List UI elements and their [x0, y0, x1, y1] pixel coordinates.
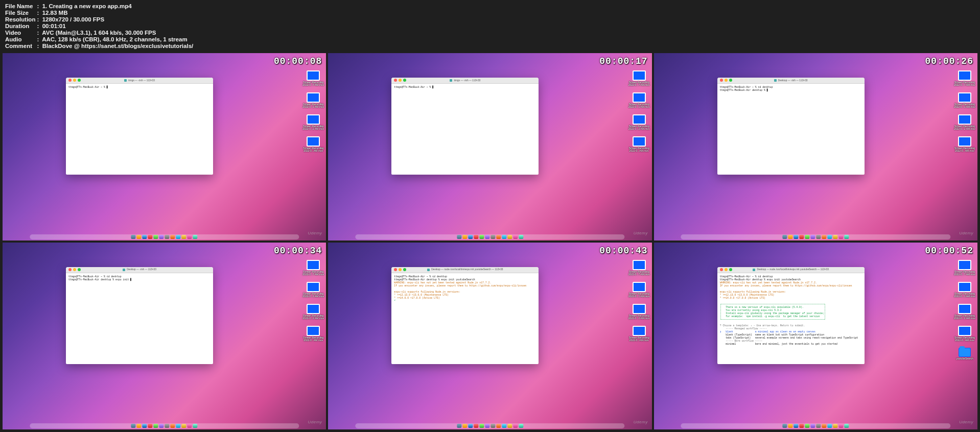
- frame-2: 00:00:17 Screen Recording2022-0...7 AM.m…: [328, 53, 651, 241]
- template-option-blank-ts[interactable]: blank (TypeScript) same as blank but wit…: [720, 333, 824, 336]
- terminal-titlebar[interactable]: ttmgs — -zsh — 113×33: [66, 78, 213, 84]
- close-icon[interactable]: [720, 268, 723, 271]
- template-option-tabs[interactable]: tabs (TypeScript) several example screen…: [720, 337, 858, 339]
- zoom-icon[interactable]: [729, 79, 732, 82]
- thumbnail-grid: 00:00:08 Screen Recording2022-0...7 AM.m…: [3, 53, 977, 429]
- movie-file-icon[interactable]: Screen Recording2022-0...2 AM.mov: [628, 114, 650, 130]
- movie-file-icon[interactable]: Screen Recording2022-0...7 AM.mov: [302, 70, 324, 86]
- terminal-window[interactable]: Desktop — -zsh — 113×33 ttmgs@TTs-MacBoo…: [717, 78, 865, 175]
- traffic-lights[interactable]: [720, 79, 732, 82]
- movie-file-icon[interactable]: Screen Recording2022-0...1 AM.mov: [954, 282, 975, 298]
- timestamp: 00:00:08: [274, 56, 322, 66]
- desktop-icons: Screen Recording2022-0...7 AM.mov Screen…: [628, 260, 650, 342]
- movie-file-icon[interactable]: Screen Recording2022-0...AM.mov: [628, 326, 650, 342]
- close-icon[interactable]: [68, 79, 72, 82]
- minimize-icon[interactable]: [399, 268, 402, 271]
- frame-3: 00:00:26 Screen Recording2022-0...7 AM.m…: [654, 53, 977, 241]
- meta-file-size: File Size : 12.83 MB: [5, 10, 975, 16]
- traffic-lights[interactable]: [68, 79, 81, 82]
- minimize-icon[interactable]: [73, 79, 76, 82]
- movie-file-icon[interactable]: Screen Recording2022-0...7 AM.mov: [954, 70, 975, 86]
- movie-file-icon[interactable]: Screen Recording2022-0...7 AM.mov: [628, 260, 650, 276]
- watermark: Udemy: [959, 420, 973, 424]
- watermark: Udemy: [634, 231, 648, 235]
- timestamp: 00:00:17: [599, 56, 647, 66]
- terminal-window[interactable]: Desktop — node /usr/local/bin/expo init …: [717, 267, 865, 364]
- terminal-titlebar[interactable]: Desktop — -zsh — 113×33: [717, 78, 865, 84]
- folder-icon[interactable]: youtubeSearch: [954, 348, 975, 360]
- movie-file-icon[interactable]: Screen Recording2022-0...1 AM.mov: [302, 282, 324, 298]
- template-option-minimal[interactable]: minimal bare and minimal, just the essen…: [720, 343, 837, 345]
- folder-tiny-icon: [427, 269, 430, 271]
- terminal-title: ttmgs — -zsh — 113×33: [124, 79, 155, 82]
- terminal-titlebar[interactable]: Desktop — node /usr/local/bin/expo init …: [717, 267, 865, 273]
- terminal-body[interactable]: ttmgs@TTs-MacBook-Air ~ % cd desktop ttm…: [717, 84, 865, 175]
- terminal-window[interactable]: ttmgs — -zsh — 113×33 ttmgs@TTs-MacBook-…: [66, 78, 213, 175]
- movie-file-icon[interactable]: Screen Recording2022-0...7 AM.mov: [954, 260, 975, 276]
- zoom-icon[interactable]: [78, 79, 81, 82]
- terminal-title: Desktop — node /usr/local/bin/expo init …: [427, 268, 503, 271]
- minimize-icon[interactable]: [399, 79, 402, 82]
- terminal-body[interactable]: ttmgs@TTs-MacBook-Air ~ % cd desktop ttm…: [717, 273, 865, 364]
- close-icon[interactable]: [68, 268, 72, 271]
- template-option-blank[interactable]: ❯ blank a minimal app as clean as an emp…: [720, 330, 815, 333]
- movie-file-icon[interactable]: Screen Recording2022-0...2 AM.mov: [302, 304, 324, 320]
- movie-file-icon[interactable]: Screen Recording2022-0...2 AM.mov: [302, 114, 324, 130]
- traffic-lights[interactable]: [68, 268, 81, 271]
- dock[interactable]: [355, 423, 624, 428]
- dock[interactable]: [30, 234, 299, 239]
- meta-resolution: Resolution : 1280x720 / 30.000 FPS: [5, 16, 975, 23]
- movie-file-icon[interactable]: Screen Recording2022-0...AM.mov: [302, 326, 324, 342]
- movie-file-icon[interactable]: Screen Recording2022-0...AM.mov: [302, 136, 324, 152]
- movie-file-icon[interactable]: Screen Recording2022-0...7 AM.mov: [628, 70, 650, 86]
- traffic-lights[interactable]: [394, 79, 406, 82]
- terminal-body[interactable]: ttmgs@TTs-MacBook-Air ~ % cd desktop ttm…: [66, 273, 213, 364]
- desktop-icons: Screen Recording2022-0...7 AM.mov Screen…: [954, 260, 975, 360]
- movie-file-icon[interactable]: Screen Recording2022-0...1 AM.mov: [302, 92, 324, 108]
- timestamp: 00:00:43: [599, 246, 647, 256]
- movie-file-icon[interactable]: Screen Recording2022-0...2 AM.mov: [628, 304, 650, 320]
- terminal-body[interactable]: ttmgs@TTs-MacBook-Air ~ % cd desktop ttm…: [391, 273, 539, 364]
- desktop-icons: Screen Recording2022-0...7 AM.mov Screen…: [628, 70, 650, 152]
- movie-file-icon[interactable]: Screen Recording2022-0...7 AM.mov: [302, 260, 324, 276]
- desktop-icons: Screen Recording2022-0...7 AM.mov Screen…: [302, 70, 324, 152]
- dock[interactable]: [355, 234, 624, 239]
- movie-file-icon[interactable]: Screen Recording2022-0...1 AM.mov: [628, 282, 650, 298]
- movie-file-icon[interactable]: Screen Recording2022-0...AM.mov: [628, 136, 650, 152]
- terminal-window[interactable]: Desktop — node /usr/local/bin/expo init …: [391, 267, 539, 364]
- minimize-icon[interactable]: [725, 268, 728, 271]
- dock[interactable]: [30, 423, 299, 428]
- terminal-window[interactable]: ttmgs — -zsh — 113×33 ttmgs@TTs-MacBook-…: [391, 78, 539, 175]
- traffic-lights[interactable]: [720, 268, 732, 271]
- watermark: Udemy: [308, 231, 322, 235]
- close-icon[interactable]: [720, 79, 723, 82]
- movie-file-icon[interactable]: Screen Recording2022-0...1 AM.mov: [954, 92, 975, 108]
- traffic-lights[interactable]: [394, 268, 406, 271]
- minimize-icon[interactable]: [73, 268, 76, 271]
- movie-file-icon[interactable]: Screen Recording2022-0...AM.mov: [954, 326, 975, 342]
- close-icon[interactable]: [394, 79, 397, 82]
- dock[interactable]: [681, 234, 950, 239]
- zoom-icon[interactable]: [729, 268, 732, 271]
- desktop-icons: Screen Recording2022-0...7 AM.mov Screen…: [302, 260, 324, 342]
- movie-file-icon[interactable]: Screen Recording2022-0...2 AM.mov: [954, 114, 975, 130]
- terminal-window[interactable]: Desktop — -zsh — 113×33 ttmgs@TTs-MacBoo…: [66, 267, 213, 364]
- dock[interactable]: [681, 423, 950, 428]
- meta-comment: Comment : BlackDove @ https://sanet.st/b…: [5, 43, 975, 50]
- movie-file-icon[interactable]: Screen Recording2022-0...AM.mov: [954, 136, 975, 152]
- close-icon[interactable]: [394, 268, 397, 271]
- terminal-body[interactable]: ttmgs@TTs-MacBook-Air ~ % ▋: [391, 84, 539, 175]
- movie-file-icon[interactable]: Screen Recording2022-0...2 AM.mov: [954, 304, 975, 320]
- watermark: Udemy: [959, 231, 973, 235]
- terminal-body[interactable]: ttmgs@TTs-MacBook-Air ~ % ▋: [66, 84, 213, 175]
- movie-file-icon[interactable]: Screen Recording2022-0...1 AM.mov: [628, 92, 650, 108]
- terminal-titlebar[interactable]: Desktop — -zsh — 113×33: [66, 267, 213, 273]
- terminal-titlebar[interactable]: ttmgs — -zsh — 113×33: [391, 78, 539, 84]
- zoom-icon[interactable]: [403, 268, 406, 271]
- terminal-titlebar[interactable]: Desktop — node /usr/local/bin/expo init …: [391, 267, 539, 273]
- folder-tiny-icon: [774, 79, 777, 82]
- minimize-icon[interactable]: [725, 79, 728, 82]
- terminal-title: Desktop — -zsh — 113×33: [774, 79, 808, 82]
- zoom-icon[interactable]: [403, 79, 406, 82]
- zoom-icon[interactable]: [78, 268, 81, 271]
